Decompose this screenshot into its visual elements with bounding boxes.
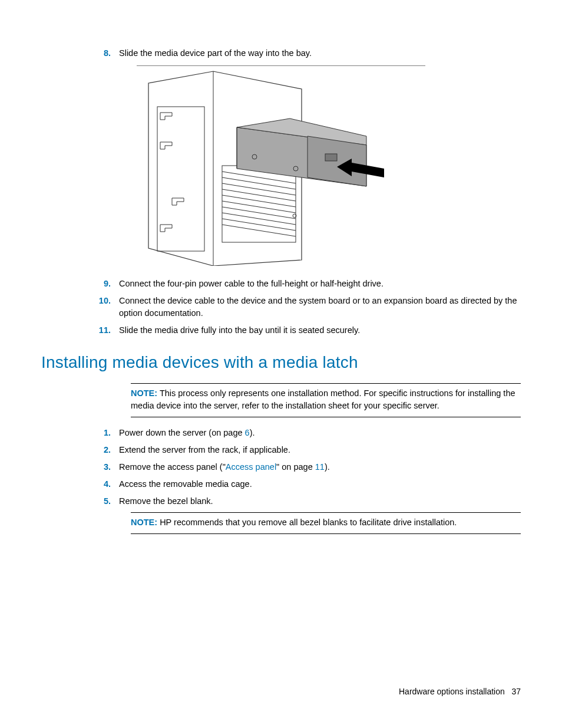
list-item: 3. Remove the access panel ("Access pane… xyxy=(94,461,521,473)
list-number: 3. xyxy=(94,461,119,473)
list-number: 10. xyxy=(94,295,119,319)
footer-page-number: 37 xyxy=(511,687,521,696)
list-text: Connect the four-pin power cable to the … xyxy=(119,278,521,290)
svg-line-13 xyxy=(222,225,296,236)
svg-line-6 xyxy=(222,183,296,195)
access-panel-link[interactable]: Access panel xyxy=(226,462,276,472)
list-text: Access the removable media cage. xyxy=(119,478,521,490)
page-link[interactable]: 11 xyxy=(315,462,325,472)
page-footer: Hardware options installation 37 xyxy=(399,686,521,697)
svg-rect-15 xyxy=(325,154,337,161)
list-item: 8. Slide the media device part of the wa… xyxy=(94,47,521,60)
list-number: 5. xyxy=(94,495,119,508)
media-device-illustration xyxy=(119,65,521,269)
note-text: HP recommends that you remove all bezel … xyxy=(157,518,457,527)
svg-line-12 xyxy=(222,219,296,230)
note-label: NOTE: xyxy=(131,518,157,527)
svg-line-7 xyxy=(222,189,296,201)
svg-line-8 xyxy=(222,195,296,207)
list-item: 2. Extend the server from the rack, if a… xyxy=(94,444,521,456)
note-block: NOTE: This process only represents one i… xyxy=(131,383,521,417)
page-link[interactable]: 6 xyxy=(245,428,250,437)
note-text: This process only represents one install… xyxy=(131,388,515,410)
footer-section: Hardware options installation xyxy=(399,687,505,696)
list-item: 4. Access the removable media cage. xyxy=(94,478,521,490)
list-number: 11. xyxy=(94,324,119,337)
svg-line-10 xyxy=(222,207,296,219)
list-number: 4. xyxy=(94,478,119,490)
list-number: 2. xyxy=(94,444,119,456)
list-item: 11. Slide the media drive fully into the… xyxy=(94,324,521,337)
list-text: Slide the media device part of the way i… xyxy=(119,47,521,60)
list-item: 1. Power down the server (on page 6). xyxy=(94,427,521,439)
note-label: NOTE: xyxy=(131,388,157,398)
list-text: Extend the server from the rack, if appl… xyxy=(119,444,521,456)
list-number: 9. xyxy=(94,278,119,290)
page-content: 8. Slide the media device part of the wa… xyxy=(0,0,562,567)
list-text: Remove the bezel blank. xyxy=(119,495,521,508)
svg-line-9 xyxy=(222,201,296,213)
list-text: Slide the media drive fully into the bay… xyxy=(119,324,521,337)
list-item: 5. Remove the bezel blank. xyxy=(94,495,521,508)
list-number: 1. xyxy=(94,427,119,439)
svg-line-5 xyxy=(222,177,296,189)
svg-rect-2 xyxy=(157,107,204,251)
note-block: NOTE: HP recommends that you remove all … xyxy=(131,512,521,534)
list-number: 8. xyxy=(94,47,119,60)
list-text: Power down the server (on page 6). xyxy=(119,427,521,439)
svg-line-11 xyxy=(222,213,296,225)
list-text: Connect the device cable to the device a… xyxy=(119,295,521,319)
list-text: Remove the access panel ("Access panel" … xyxy=(119,461,521,473)
list-item: 10. Connect the device cable to the devi… xyxy=(94,295,521,319)
list-item: 9. Connect the four-pin power cable to t… xyxy=(94,278,521,290)
section-heading: Installing media devices with a media la… xyxy=(41,351,521,375)
